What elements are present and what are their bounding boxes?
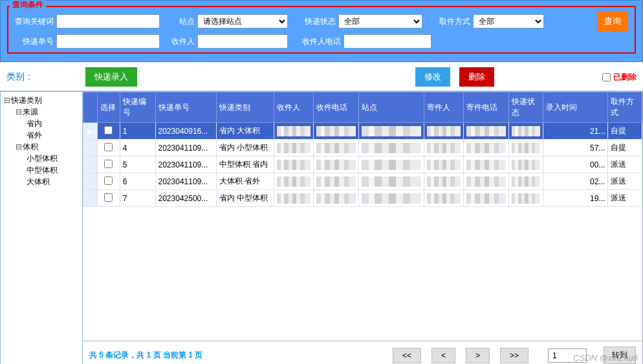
search-button[interactable]: 查询 <box>597 11 628 32</box>
row-checkbox-cell[interactable] <box>97 173 120 190</box>
col-id[interactable]: 快递编号 <box>120 92 155 123</box>
tree-domestic[interactable]: 省内 <box>27 118 80 129</box>
cell-tracking: 2023042500... <box>155 190 216 207</box>
row-checkbox-cell[interactable] <box>97 190 120 207</box>
cell-category: 省内 中型体积 <box>216 190 274 207</box>
pager-info: 共 5 条记录，共 1 页 当前第 1 页 <box>89 350 202 361</box>
deleted-checkbox[interactable] <box>602 73 611 81</box>
delete-button[interactable]: 删除 <box>459 67 494 87</box>
row-indicator <box>83 190 98 207</box>
pager-last[interactable]: >> <box>500 348 529 363</box>
tree-large[interactable]: 大体积 <box>27 176 80 187</box>
row-checkbox-cell[interactable] <box>97 156 120 173</box>
col-station[interactable]: 站点 <box>359 92 424 123</box>
cell-station <box>359 123 424 140</box>
table-row[interactable]: 62023041109...大体积 省外02...派送 <box>83 173 642 190</box>
cell-station <box>359 173 424 190</box>
cell-recipient <box>274 173 314 190</box>
grid-panel: 选择 快递编号 快递单号 快递类别 收件人 收件电话 站点 寄件人 寄件电话 快… <box>83 91 643 364</box>
col-entrytime[interactable]: 录入时间 <box>543 92 608 123</box>
row-checkbox[interactable] <box>104 193 113 202</box>
status-select[interactable]: 全部 <box>338 14 422 28</box>
cell-sphone <box>464 123 509 140</box>
minus-icon[interactable]: ⊟ <box>15 106 23 118</box>
minus-icon[interactable]: ⊟ <box>3 94 11 106</box>
cell-pickup: 自提 <box>608 123 642 140</box>
col-rphone[interactable]: 收件电话 <box>314 92 359 123</box>
cell-pickup: 派送 <box>608 190 642 207</box>
entry-button[interactable]: 快递录入 <box>85 67 137 87</box>
tree-small[interactable]: 小型体积 <box>27 153 80 164</box>
cell-pickup: 自提 <box>608 140 642 156</box>
table-row[interactable]: 52023041109...中型体积 省内00...派送 <box>83 156 642 173</box>
cell-status <box>509 123 543 140</box>
row-checkbox[interactable] <box>104 126 113 134</box>
tree-medium[interactable]: 中型体积 <box>27 164 80 176</box>
query-panel-title: 查询条件 <box>10 0 46 10</box>
cell-status <box>509 156 543 173</box>
cell-entry: 00... <box>543 156 608 173</box>
col-sender[interactable]: 寄件人 <box>424 92 464 123</box>
cell-id: 5 <box>120 156 155 173</box>
tracking-label: 快递单号 <box>15 36 54 47</box>
cell-station <box>359 190 424 207</box>
cell-recipient <box>274 123 314 140</box>
row-checkbox-cell[interactable] <box>97 123 120 140</box>
col-pickup[interactable]: 取件方式 <box>608 92 642 123</box>
tree-source[interactable]: ⊟来源 <box>15 106 80 118</box>
row-indicator <box>83 173 98 190</box>
cell-recipient <box>274 190 314 207</box>
cell-tracking: 2023040916... <box>155 123 216 140</box>
table-row[interactable]: 72023042500...省内 中型体积19...派送 <box>83 190 642 207</box>
grid-header-row: 选择 快递编号 快递单号 快递类别 收件人 收件电话 站点 寄件人 寄件电话 快… <box>83 92 642 123</box>
col-sphone[interactable]: 寄件电话 <box>464 92 509 123</box>
main-area: ⊟快递类别 ⊟来源 省内 省外 ⊟体积 小型体积 中型体积 大体积 <box>0 91 643 364</box>
cell-tracking: 2023041109... <box>155 156 216 173</box>
table-row[interactable]: 42023041109...省内 小型体积57...自提 <box>83 140 642 156</box>
tree-volume[interactable]: ⊟体积 <box>15 141 80 153</box>
pager-first[interactable]: << <box>393 348 421 363</box>
table-row[interactable]: ▶12023040916...省内 大体积21...自提 <box>83 123 642 140</box>
col-select[interactable]: 选择 <box>97 92 120 123</box>
keyword-input[interactable] <box>56 14 160 28</box>
cell-sphone <box>464 190 509 207</box>
cell-category: 大体积 省外 <box>216 173 274 190</box>
cell-tracking: 2023041109... <box>155 140 216 156</box>
minus-icon[interactable]: ⊟ <box>15 141 23 153</box>
pickup-select[interactable]: 全部 <box>473 14 544 28</box>
col-tracking[interactable]: 快递单号 <box>155 92 216 123</box>
cell-entry: 57... <box>543 140 608 156</box>
cell-sphone <box>464 140 509 156</box>
cell-station <box>359 156 424 173</box>
cell-category: 省内 小型体积 <box>216 140 274 156</box>
row-checkbox[interactable] <box>104 143 113 151</box>
pager-next[interactable]: > <box>466 348 490 363</box>
cell-id: 6 <box>120 173 155 190</box>
row-checkbox[interactable] <box>104 177 113 185</box>
pager-prev[interactable]: < <box>431 348 455 363</box>
cell-sender <box>424 173 464 190</box>
cell-tracking: 2023041109... <box>155 173 216 190</box>
tracking-input[interactable] <box>56 34 160 48</box>
deleted-label: 已删除 <box>613 72 637 83</box>
deleted-checkbox-wrap[interactable]: 已删除 <box>602 72 637 83</box>
cell-entry: 21... <box>543 123 608 140</box>
row-checkbox-cell[interactable] <box>97 140 120 156</box>
category-label: 类别： <box>6 71 34 83</box>
recipient-input[interactable] <box>197 34 288 48</box>
cell-id: 7 <box>120 190 155 207</box>
phone-label: 收件人电话 <box>297 36 341 47</box>
status-label: 快递状态 <box>297 16 336 27</box>
tree-foreign[interactable]: 省外 <box>27 129 80 141</box>
row-indicator <box>83 140 98 156</box>
col-status[interactable]: 快递状态 <box>509 92 543 123</box>
phone-input[interactable] <box>343 34 431 48</box>
col-recipient[interactable]: 收件人 <box>274 92 314 123</box>
col-category[interactable]: 快递类别 <box>216 92 274 123</box>
row-checkbox[interactable] <box>104 160 113 168</box>
pickup-label: 取件方式 <box>431 16 470 27</box>
toolbar: 类别： 快递录入 修改 删除 已删除 <box>0 62 643 91</box>
edit-button[interactable]: 修改 <box>415 67 450 87</box>
station-select[interactable]: 请选择站点 <box>197 14 288 28</box>
tree-root[interactable]: ⊟快递类别 <box>3 94 80 106</box>
